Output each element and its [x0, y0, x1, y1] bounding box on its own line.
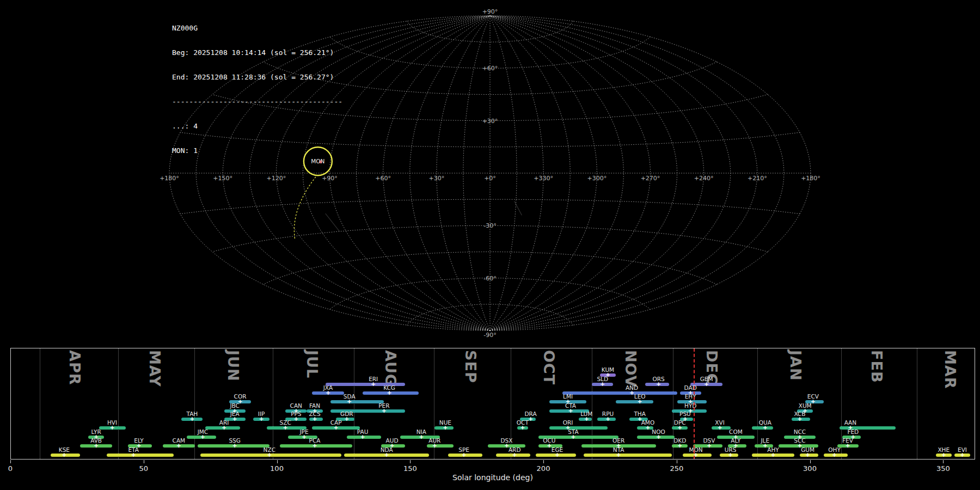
month-boundary-line	[917, 348, 917, 459]
month-boundary-line	[40, 348, 40, 459]
month-label-oct: OCT	[542, 350, 556, 385]
peak-marker-hvi: +	[109, 426, 114, 430]
x-tick-label: 0	[8, 464, 13, 473]
peak-marker-nia: +	[419, 436, 424, 439]
map-meridian	[357, 16, 490, 330]
peak-marker-pps: +	[293, 418, 298, 421]
x-tick-label: 100	[270, 464, 284, 473]
x-tick	[810, 460, 811, 463]
peak-marker-jpe: +	[302, 436, 307, 439]
shower-bar-eta	[107, 454, 173, 457]
month-label-nov: NOV	[623, 350, 638, 388]
peak-marker-nta: +	[616, 454, 621, 457]
x-tick	[677, 460, 677, 463]
peak-marker-ssg: +	[232, 444, 237, 448]
month-boundary-line	[757, 348, 758, 459]
timeline-chart: APRMAYJUNJULAUGSEPOCTNOVDECJANFEBMARKUM+…	[10, 348, 975, 460]
x-tick	[943, 460, 944, 463]
shower-bar-nta	[584, 454, 672, 457]
peak-marker-zcs: +	[312, 418, 317, 421]
peak-marker-nzc: +	[267, 454, 272, 457]
x-tick-label: 200	[537, 464, 550, 473]
peak-marker-szc: +	[283, 426, 288, 430]
x-tick-label: 250	[670, 464, 683, 473]
map-parallel	[180, 132, 800, 147]
map-lon-label: +300°	[587, 175, 607, 182]
peak-marker-spe: +	[462, 454, 467, 457]
peak-marker-cam: +	[176, 444, 181, 448]
month-label-apr: APR	[68, 350, 82, 385]
month-label-aug: AUG	[383, 350, 398, 387]
month-boundary-line	[354, 348, 354, 459]
map-lat-label: -90°	[483, 332, 496, 339]
month-boundary-line	[194, 348, 195, 459]
shower-bar-aur	[427, 444, 454, 448]
peak-marker-nda: +	[384, 454, 389, 457]
month-boundary-line	[592, 348, 592, 459]
map-meridian	[490, 16, 623, 330]
month-label-sep: SEP	[463, 350, 478, 383]
peak-marker-ege: +	[555, 454, 560, 457]
map-lat-label: +30°	[482, 118, 498, 125]
peak-marker-pau: +	[360, 436, 365, 439]
shower-bar-ori	[549, 426, 608, 430]
map-lon-label: +150°	[213, 175, 232, 182]
peak-marker-nue: +	[443, 426, 448, 430]
peak-marker-kse: +	[62, 454, 66, 457]
x-tick	[410, 460, 411, 463]
peak-marker-xcb: +	[797, 418, 802, 421]
map-meridian	[490, 16, 811, 330]
peak-marker-amo: +	[645, 426, 650, 430]
peak-marker-eri: +	[371, 383, 376, 386]
peak-marker-gum: +	[805, 454, 810, 457]
map-parallel	[407, 304, 573, 325]
x-axis-label: Solar longitude (deg)	[452, 473, 533, 482]
map-lon-label: +270°	[641, 175, 660, 182]
peak-marker-dra: +	[528, 418, 533, 421]
month-label-feb: FEB	[869, 350, 884, 383]
x-tick	[144, 460, 144, 463]
radiant-trail	[294, 177, 315, 238]
map-meridian	[196, 16, 490, 330]
x-tick-label: 150	[403, 464, 417, 473]
peak-marker-cta: +	[568, 409, 573, 413]
peak-marker-xhe: +	[941, 454, 946, 457]
month-label-jun: JUN	[226, 350, 241, 382]
peak-marker-dsv: +	[707, 444, 712, 448]
peak-marker-rpu: +	[605, 418, 610, 421]
x-tick	[543, 460, 544, 463]
peak-marker-ors: +	[656, 383, 661, 386]
peak-marker-ohy: +	[832, 454, 837, 457]
peak-marker-ard: +	[512, 454, 517, 457]
month-label-mar: MAR	[943, 350, 958, 389]
peak-marker-urs: +	[728, 454, 733, 457]
map-meridian	[169, 16, 490, 330]
peak-marker-leo: +	[638, 400, 642, 403]
map-lat-label: +60°	[482, 65, 498, 72]
map-lon-label: +0°	[484, 175, 496, 182]
peak-marker-cap: +	[334, 426, 339, 430]
current-sol-line	[694, 348, 695, 459]
peak-marker-fev: +	[845, 444, 850, 448]
map-lat-label: -30°	[483, 222, 496, 229]
peak-marker-xvi: +	[717, 426, 722, 430]
peak-marker-kcg: +	[387, 391, 391, 395]
month-boundary-line	[118, 348, 119, 459]
x-tick-label: 300	[803, 464, 817, 473]
map-lat-label: -60°	[483, 275, 496, 282]
map-meridian	[276, 16, 490, 330]
map-lon-label: +210°	[748, 175, 767, 182]
peak-marker-eta: +	[131, 454, 136, 457]
peak-marker-gdr: +	[344, 418, 349, 421]
map-meridian	[383, 16, 490, 330]
peak-marker-iip: +	[259, 418, 264, 421]
map-meridian	[463, 16, 490, 330]
peak-marker-sta: +	[571, 436, 575, 439]
map-parallel	[407, 21, 573, 42]
map-lon-label: +330°	[534, 175, 553, 182]
faint-meteor-trail	[514, 201, 522, 216]
shower-bar-leo	[616, 400, 653, 403]
peak-marker-sld: +	[600, 383, 605, 386]
peak-marker-avb: +	[94, 444, 99, 448]
peak-marker-oct: +	[520, 426, 525, 430]
